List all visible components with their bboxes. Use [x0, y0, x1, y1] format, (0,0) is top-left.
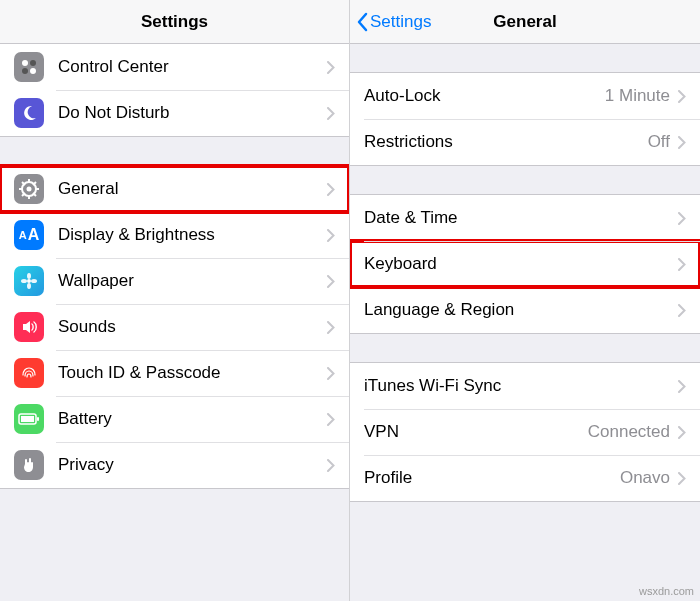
chevron-right-icon: [678, 472, 686, 485]
back-button[interactable]: Settings: [356, 0, 431, 44]
nav-bar-right: Settings General: [350, 0, 700, 44]
row-auto-lock[interactable]: Auto-Lock 1 Minute: [350, 73, 700, 119]
chevron-right-icon: [327, 107, 335, 120]
row-label: Profile: [364, 468, 620, 488]
row-value: 1 Minute: [605, 86, 670, 106]
chevron-left-icon: [356, 12, 368, 32]
row-label: VPN: [364, 422, 588, 442]
row-itunes-wifi-sync[interactable]: iTunes Wi-Fi Sync: [350, 363, 700, 409]
row-label: Auto-Lock: [364, 86, 605, 106]
row-value: Off: [648, 132, 670, 152]
row-label: Language & Region: [364, 300, 678, 320]
chevron-right-icon: [327, 61, 335, 74]
row-value: Connected: [588, 422, 670, 442]
svg-rect-20: [21, 416, 34, 422]
row-profile[interactable]: Profile Onavo: [350, 455, 700, 501]
row-label: Restrictions: [364, 132, 648, 152]
watermark: wsxdn.com: [639, 585, 694, 597]
chevron-right-icon: [678, 426, 686, 439]
nav-bar-left: Settings: [0, 0, 349, 44]
control-center-icon: [14, 52, 44, 82]
row-wallpaper[interactable]: Wallpaper: [0, 258, 349, 304]
chevron-right-icon: [327, 459, 335, 472]
svg-point-1: [30, 60, 36, 66]
row-restrictions[interactable]: Restrictions Off: [350, 119, 700, 165]
svg-point-2: [22, 68, 28, 74]
flower-icon: [14, 266, 44, 296]
general-group-2: Date & Time Keyboard Language & Region: [350, 194, 700, 334]
row-label: Sounds: [58, 317, 327, 337]
row-label: Do Not Disturb: [58, 103, 327, 123]
chevron-right-icon: [678, 90, 686, 103]
hand-icon: [14, 450, 44, 480]
settings-group-2: General AA Display & Brightness Wallpape…: [0, 165, 349, 489]
settings-panel: Settings Control Center Do Not Disturb: [0, 0, 350, 601]
row-keyboard[interactable]: Keyboard: [350, 241, 700, 287]
row-label: Wallpaper: [58, 271, 327, 291]
chevron-right-icon: [327, 229, 335, 242]
row-label: Privacy: [58, 455, 327, 475]
row-privacy[interactable]: Privacy: [0, 442, 349, 488]
general-panel: Settings General Auto-Lock 1 Minute Rest…: [350, 0, 700, 601]
row-battery[interactable]: Battery: [0, 396, 349, 442]
chevron-right-icon: [678, 304, 686, 317]
speaker-icon: [14, 312, 44, 342]
row-value: Onavo: [620, 468, 670, 488]
moon-icon: [14, 98, 44, 128]
chevron-right-icon: [678, 380, 686, 393]
svg-point-0: [22, 60, 28, 66]
chevron-right-icon: [678, 212, 686, 225]
row-label: Battery: [58, 409, 327, 429]
row-touch-id[interactable]: Touch ID & Passcode: [0, 350, 349, 396]
row-label: iTunes Wi-Fi Sync: [364, 376, 678, 396]
row-sounds[interactable]: Sounds: [0, 304, 349, 350]
row-general[interactable]: General: [0, 166, 349, 212]
row-vpn[interactable]: VPN Connected: [350, 409, 700, 455]
svg-point-3: [30, 68, 36, 74]
svg-rect-21: [37, 417, 39, 421]
svg-point-5: [27, 187, 32, 192]
fingerprint-icon: [14, 358, 44, 388]
row-label: Touch ID & Passcode: [58, 363, 327, 383]
chevron-right-icon: [678, 136, 686, 149]
page-title: Settings: [141, 12, 208, 32]
row-label: Date & Time: [364, 208, 678, 228]
svg-point-15: [27, 273, 31, 279]
chevron-right-icon: [327, 413, 335, 426]
chevron-right-icon: [327, 367, 335, 380]
chevron-right-icon: [327, 275, 335, 288]
row-label: Display & Brightness: [58, 225, 327, 245]
settings-group-1: Control Center Do Not Disturb: [0, 44, 349, 137]
general-group-3: iTunes Wi-Fi Sync VPN Connected Profile …: [350, 362, 700, 502]
back-label: Settings: [370, 12, 431, 32]
chevron-right-icon: [327, 321, 335, 334]
row-label: General: [58, 179, 327, 199]
chevron-right-icon: [327, 183, 335, 196]
row-do-not-disturb[interactable]: Do Not Disturb: [0, 90, 349, 136]
page-title: General: [493, 12, 556, 32]
battery-icon: [14, 404, 44, 434]
row-date-time[interactable]: Date & Time: [350, 195, 700, 241]
gear-icon: [14, 174, 44, 204]
svg-point-17: [21, 279, 27, 283]
general-group-1: Auto-Lock 1 Minute Restrictions Off: [350, 72, 700, 166]
row-language-region[interactable]: Language & Region: [350, 287, 700, 333]
row-label: Control Center: [58, 57, 327, 77]
svg-point-14: [27, 279, 31, 283]
row-label: Keyboard: [364, 254, 678, 274]
svg-point-16: [27, 283, 31, 289]
row-display-brightness[interactable]: AA Display & Brightness: [0, 212, 349, 258]
chevron-right-icon: [678, 258, 686, 271]
row-control-center[interactable]: Control Center: [0, 44, 349, 90]
text-size-icon: AA: [14, 220, 44, 250]
svg-point-18: [31, 279, 37, 283]
